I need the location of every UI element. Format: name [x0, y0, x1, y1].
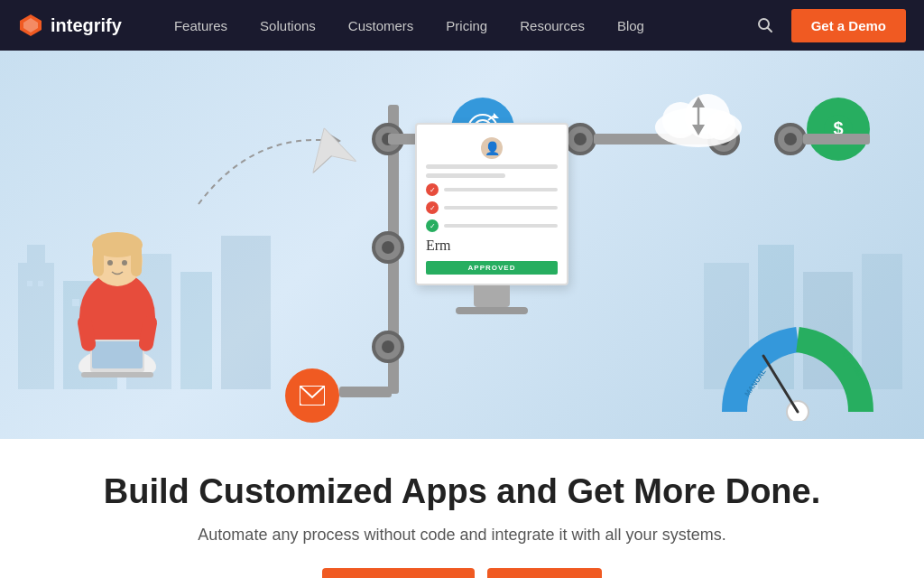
features-button[interactable]: Features: [487, 568, 602, 578]
svg-line-52: [763, 356, 798, 412]
product-demo-button[interactable]: Product Demo: [322, 568, 475, 578]
nav-blog[interactable]: Blog: [601, 0, 661, 51]
connector-bar-h4: [803, 134, 870, 144]
profile-icon: 👤: [481, 137, 503, 159]
navbar: integrify Features Solutions Customers P…: [0, 0, 924, 51]
money-circle: $: [807, 98, 870, 161]
hero-title: Build Customized Apps and Get More Done.: [18, 471, 906, 513]
svg-rect-30: [81, 372, 153, 378]
check-item-1: ✓: [426, 183, 558, 196]
check-green-1: ✓: [426, 219, 439, 232]
svg-point-24: [107, 260, 113, 266]
connector-bar-h3: [339, 387, 392, 397]
search-icon[interactable]: [746, 17, 784, 33]
nav-features[interactable]: Features: [158, 0, 244, 51]
approved-badge: APPROVED: [426, 261, 558, 275]
nav-pricing[interactable]: Pricing: [430, 0, 504, 51]
cloud-icon: [649, 82, 748, 150]
node-3: [372, 331, 404, 363]
check-item-2: ✓: [426, 201, 558, 214]
signature: Erm: [426, 238, 558, 254]
svg-line-3: [767, 28, 772, 33]
doc-line-1: [426, 164, 558, 169]
check-red-2: ✓: [426, 201, 439, 214]
node-6: [774, 123, 807, 155]
gauge-chart: MANUAL AUTOMATIC: [716, 322, 879, 421]
svg-rect-14: [27, 281, 32, 286]
svg-point-45: [707, 111, 735, 140]
monitor-stand: [474, 285, 510, 307]
character-illustration: [36, 182, 199, 389]
svg-point-25: [122, 260, 127, 266]
svg-rect-9: [221, 236, 271, 389]
hero-text-section: Build Customized Apps and Get More Done.…: [0, 439, 924, 578]
nav-solutions[interactable]: Solutions: [244, 0, 332, 51]
get-demo-button[interactable]: Get a Demo: [791, 9, 906, 42]
check-red-1: ✓: [426, 183, 439, 196]
nav-customers[interactable]: Customers: [332, 0, 430, 51]
svg-marker-41: [494, 113, 499, 118]
nav-resources[interactable]: Resources: [504, 0, 601, 51]
logo[interactable]: integrify: [18, 13, 122, 38]
document-monitor: 👤 ✓ ✓ ✓ Erm APPROVED: [415, 123, 568, 314]
node-4: [564, 123, 596, 155]
hero-subtitle: Automate any process without code and in…: [18, 526, 906, 545]
svg-rect-23: [131, 245, 142, 276]
monitor-base: [456, 307, 528, 314]
check-item-3: ✓: [426, 219, 558, 232]
node-2: [372, 231, 404, 264]
doc-line-2: [426, 173, 505, 178]
hero-banner: 👤 ✓ ✓ ✓ Erm APPROVED: [0, 51, 924, 439]
nav-links: Features Solutions Customers Pricing Res…: [158, 0, 746, 51]
svg-rect-29: [92, 341, 143, 368]
svg-rect-22: [93, 245, 104, 276]
hero-buttons: Product Demo Features: [18, 568, 906, 578]
email-circle: [285, 368, 339, 423]
